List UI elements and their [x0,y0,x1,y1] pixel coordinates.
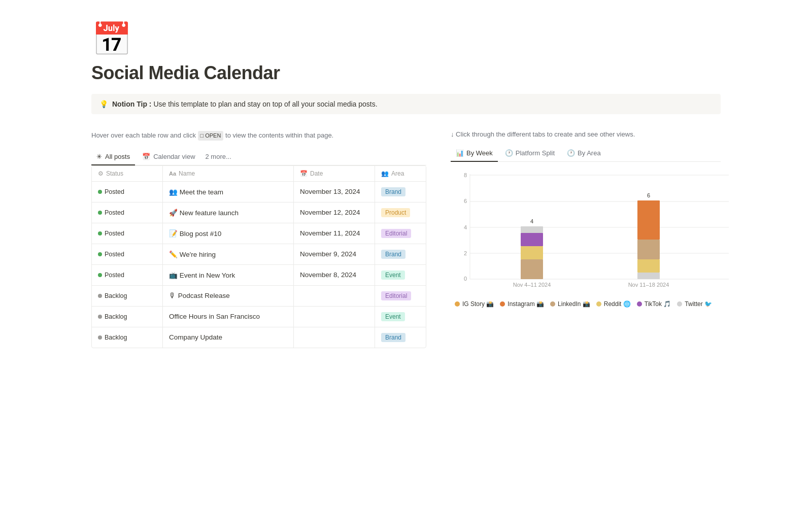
chart-tab-platform-split[interactable]: 🕐 Platform Split [500,145,560,162]
status-badge-1: Posted [98,209,124,216]
legend-label-twitter: Twitter 🐦 [685,300,712,308]
tab-all-posts[interactable]: ✳ All posts [91,149,135,165]
legend-instagram: Instagram 📸 [500,300,544,308]
status-badge-7: Backlog [98,334,127,341]
td-name-2: 📝 Blog post #10 [163,223,294,244]
legend-twitter: Twitter 🐦 [677,300,712,308]
table-row[interactable]: Backlog Office Hours in San Francisco Ev… [92,307,426,327]
svg-text:6: 6 [647,192,650,198]
area-badge-7: Brand [381,333,405,342]
td-status-5: Backlog [92,286,163,306]
svg-rect-14 [521,226,543,233]
chart-tab-by-week-label: By Week [466,149,493,157]
tip-text: Use this template to plan and stay on to… [152,100,378,108]
open-icon: □ [200,131,204,140]
left-panel: Hover over each table row and click □ OP… [91,130,426,348]
legend-reddit: Reddit 🌐 [596,300,631,308]
status-dot-1 [98,211,102,215]
legend-dot-twitter [677,301,682,307]
td-status-4: Posted [92,265,163,285]
svg-text:Nov 4–11 2024: Nov 4–11 2024 [513,282,551,288]
row-name-2: 📝 Blog post #10 [169,229,221,238]
tab-calendar-view[interactable]: 📅 Calendar view [137,149,200,165]
svg-rect-12 [521,246,543,259]
td-name-0: 👥 Meet the team [163,182,294,202]
th-area-label: Area [391,170,404,177]
legend-linkedin: LinkedIn 📸 [550,300,590,308]
status-dot-7 [98,335,102,340]
status-badge-0: Posted [98,188,124,195]
chart-tab-by-week[interactable]: 📊 By Week [451,145,498,162]
td-date-5 [294,286,375,306]
status-label-6: Backlog [105,313,127,320]
area-badge-2: Editorial [381,229,411,238]
table-row[interactable]: Posted 📝 Blog post #10 November 11, 2024… [92,223,426,244]
status-dot-4 [98,273,102,277]
td-status-2: Posted [92,223,163,244]
chart-legend: IG Story 📸 Instagram 📸 LinkedIn 📸 Reddit… [455,300,717,308]
legend-dot-instagram [500,301,505,307]
th-date-label: Date [310,170,323,177]
page-container: 📅 Social Media Calendar 💡 Notion Tip : U… [51,0,761,379]
table-row[interactable]: Backlog Company Update Brand [92,327,426,348]
table-row[interactable]: Posted ✏️ We're hiring November 9, 2024 … [92,244,426,265]
td-area-6: Event [375,307,426,327]
chart-tab-by-area[interactable]: 🕐 By Area [562,145,606,162]
td-status-3: Posted [92,244,163,264]
legend-label-instagram: Instagram 📸 [507,300,544,308]
svg-rect-17 [637,273,660,279]
chart-tab-platform-label: Platform Split [516,149,555,157]
row-date-4: November 8, 2024 [300,271,356,279]
td-name-1: 🚀 New feature launch [163,202,294,223]
right-panel: ↓ Click through the different tabs to cr… [451,130,721,312]
svg-text:4: 4 [464,224,467,230]
table-row[interactable]: Posted 📺 Event in New York November 8, 2… [92,265,426,286]
row-name-3: ✏️ We're hiring [169,250,216,258]
status-badge-6: Backlog [98,313,127,320]
page-title: Social Media Calendar [91,62,721,84]
status-badge-3: Posted [98,251,124,258]
th-name-label: Name [179,170,195,177]
td-status-7: Backlog [92,327,163,348]
row-date-0: November 13, 2024 [300,188,360,195]
area-badge-5: Editorial [381,291,411,300]
legend-label-ig-story: IG Story 📸 [462,300,494,308]
open-label: OPEN [205,131,221,140]
right-hint: ↓ Click through the different tabs to cr… [451,130,721,138]
td-area-3: Brand [375,244,426,264]
td-name-6: Office Hours in San Francisco [163,307,294,327]
td-date-2: November 11, 2024 [294,223,375,244]
legend-dot-linkedin [550,301,555,307]
row-name-1: 🚀 New feature launch [169,209,239,217]
legend-tiktok: TikTok 🎵 [637,300,671,308]
content-area: Hover over each table row and click □ OP… [91,130,721,348]
svg-rect-19 [637,240,660,259]
area-badge-1: Product [381,208,410,217]
td-date-1: November 12, 2024 [294,202,375,223]
status-dot-2 [98,231,102,235]
th-status-label: Status [106,170,123,177]
th-status-icon: ⚙ [98,170,104,177]
table-row[interactable]: Posted 🚀 New feature launch November 12,… [92,202,426,223]
hint-part2: to view the contents within that page. [225,131,333,139]
svg-text:0: 0 [464,276,467,282]
notion-tip: 💡 Notion Tip : Use this template to plan… [91,94,721,114]
chart-tab-area-label: By Area [578,149,601,157]
svg-text:6: 6 [464,198,467,204]
row-name-5: 🎙 Podcast Release [169,292,230,299]
table-row[interactable]: Posted 👥 Meet the team November 13, 2024… [92,182,426,202]
status-label-0: Posted [105,188,124,195]
hint-part1: Hover over each table row and click [91,131,196,139]
tab-more[interactable]: 2 more... [202,149,234,164]
row-date-3: November 9, 2024 [300,250,356,258]
chart-tabs: 📊 By Week 🕐 Platform Split 🕐 By Area [451,145,721,162]
td-date-0: November 13, 2024 [294,182,375,202]
table-row[interactable]: Backlog 🎙 Podcast Release Editorial [92,286,426,307]
legend-dot-ig-story [455,301,460,307]
area-badge-0: Brand [381,187,405,196]
status-dot-6 [98,315,102,319]
status-badge-2: Posted [98,230,124,237]
row-date-1: November 12, 2024 [300,209,360,216]
chart-tab-platform-icon: 🕐 [505,149,513,157]
row-name-6: Office Hours in San Francisco [169,313,260,320]
